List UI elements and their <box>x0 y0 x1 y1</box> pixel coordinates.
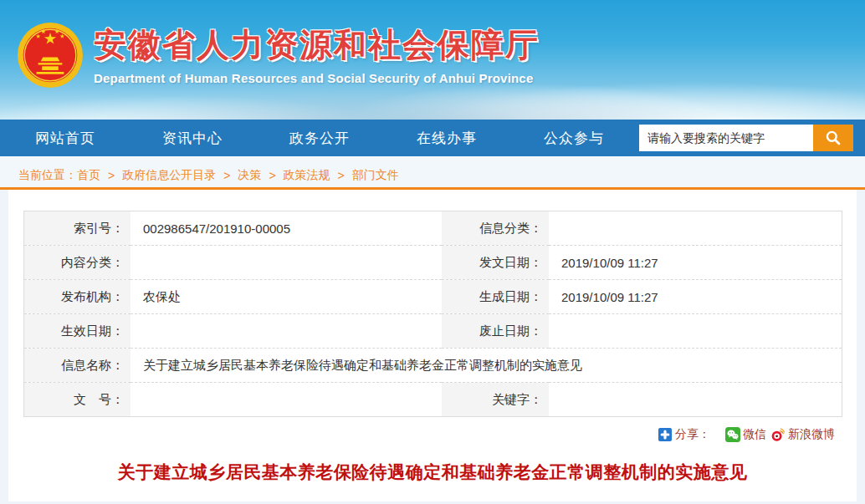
breadcrumb: 当前位置： 首页 > 政府信息公开目录 > 决策 > 政策法规 > 部门文件 <box>0 156 865 190</box>
nav-item-news-center[interactable]: 资讯中心 <box>162 129 223 148</box>
site-title-block: 安徽省人力资源和社会保障厅 Department of Human Resour… <box>94 22 540 85</box>
site-header: 安徽省人力资源和社会保障厅 Department of Human Resour… <box>0 0 865 120</box>
issue-date-label: 发文日期： <box>442 246 549 280</box>
document-number-value <box>131 383 442 417</box>
breadcrumb-gov-info-catalog[interactable]: 政府信息公开目录 <box>122 168 216 183</box>
site-subtitle: Department of Human Resources and Social… <box>94 71 540 85</box>
info-name-label: 信息名称： <box>23 349 131 383</box>
document-number-label: 文 号： <box>23 383 131 417</box>
breadcrumb-home[interactable]: 首页 <box>77 168 100 183</box>
share-label-text: 分享： <box>675 427 710 442</box>
effective-date-label: 生效日期： <box>23 314 131 349</box>
index-number-label: 索引号： <box>23 211 131 246</box>
effective-date-value <box>131 314 442 349</box>
keywords-value <box>549 383 842 417</box>
breadcrumb-separator: > <box>269 169 275 182</box>
nav-item-home[interactable]: 网站首页 <box>35 129 95 148</box>
nav-items: 网站首页 资讯中心 政务公开 在线办事 公众参与 <box>35 129 604 148</box>
table-row: 内容分类： 发文日期： 2019/10/09 11:27 <box>23 246 842 280</box>
share-wechat-button[interactable]: 微信 <box>725 427 766 442</box>
info-category-label: 信息分类： <box>442 211 549 246</box>
issue-date-value: 2019/10/09 11:27 <box>549 246 842 280</box>
share-bar: 分享： 微信 <box>8 425 835 444</box>
table-row: 文 号： 关键字： <box>23 383 842 417</box>
share-wechat-label: 微信 <box>743 427 766 442</box>
nav-item-public-participation[interactable]: 公众参与 <box>544 129 604 148</box>
repeal-date-value <box>549 314 842 349</box>
issuing-agency-label: 发布机构： <box>23 280 131 314</box>
table-row: 生效日期： 废止日期： <box>23 314 842 349</box>
search-button[interactable] <box>813 125 853 151</box>
repeal-date-label: 废止日期： <box>442 314 549 349</box>
share-weibo-label: 新浪微博 <box>788 427 835 442</box>
search-icon <box>825 130 842 146</box>
table-row: 发布机构： 农保处 生成日期： 2019/10/09 11:27 <box>23 280 842 314</box>
search-input[interactable] <box>639 125 813 151</box>
document-meta-table: 索引号： 002986547/201910-00005 信息分类： 内容分类： … <box>23 211 842 417</box>
breadcrumb-decisions[interactable]: 决策 <box>238 168 261 183</box>
generated-date-value: 2019/10/09 11:27 <box>549 280 842 314</box>
nav-item-gov-affairs[interactable]: 政务公开 <box>289 129 350 148</box>
generated-date-label: 生成日期： <box>442 280 549 314</box>
share-icon <box>658 428 672 441</box>
index-number-value: 002986547/201910-00005 <box>131 211 442 246</box>
national-emblem-icon <box>17 22 84 89</box>
share-weibo-button[interactable]: 新浪微博 <box>770 427 835 442</box>
breadcrumb-policies[interactable]: 政策法规 <box>284 168 330 183</box>
site-title: 安徽省人力资源和社会保障厅 <box>94 27 540 64</box>
breadcrumb-separator: > <box>223 169 230 182</box>
table-row: 信息名称： 关于建立城乡居民基本养老保险待遇确定和基础养老金正常调整机制的实施意… <box>23 349 842 383</box>
table-row: 索引号： 002986547/201910-00005 信息分类： <box>23 211 842 246</box>
info-category-value <box>549 211 842 246</box>
breadcrumb-department-documents[interactable]: 部门文件 <box>352 168 399 183</box>
weibo-icon <box>770 427 786 442</box>
wechat-icon <box>725 427 740 442</box>
content-category-label: 内容分类： <box>23 246 131 280</box>
content-card: 索引号： 002986547/201910-00005 信息分类： 内容分类： … <box>8 190 857 501</box>
info-name-value: 关于建立城乡居民基本养老保险待遇确定和基础养老金正常调整机制的实施意见 <box>131 349 842 383</box>
article-title: 关于建立城乡居民基本养老保险待遇确定和基础养老金正常调整机制的实施意见 <box>8 461 857 484</box>
nav-item-online-services[interactable]: 在线办事 <box>417 129 477 148</box>
breadcrumb-separator: > <box>338 169 345 182</box>
issuing-agency-value: 农保处 <box>131 280 442 314</box>
search-box <box>639 125 853 151</box>
breadcrumb-prefix: 当前位置： <box>18 168 77 183</box>
share-trigger[interactable]: 分享： <box>658 427 710 442</box>
main-nav: 网站首页 资讯中心 政务公开 在线办事 公众参与 <box>0 120 865 156</box>
keywords-label: 关键字： <box>442 383 549 417</box>
content-category-value <box>131 246 442 280</box>
breadcrumb-separator: > <box>108 169 115 182</box>
